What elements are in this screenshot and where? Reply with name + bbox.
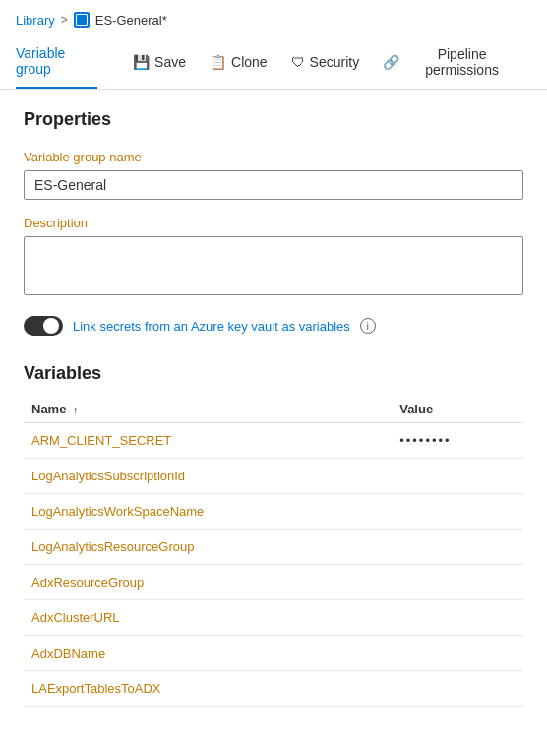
description-label: Description	[24, 216, 523, 230]
toolbar: Variable group 💾 Save 📋 Clone 🛡 Security…	[0, 35, 547, 90]
table-row[interactable]: AdxResourceGroup	[24, 565, 523, 600]
variable-value-cell[interactable]	[392, 565, 523, 600]
variable-name: AdxClusterURL	[31, 610, 120, 625]
name-label: Variable group name	[24, 150, 523, 164]
variable-name-cell[interactable]: AdxDBName	[24, 636, 392, 671]
variables-table: Name ↑ Value ARM_CLIENT_SECRET••••••••Lo…	[24, 396, 523, 707]
tab-variable-group[interactable]: Variable group	[16, 35, 97, 89]
variable-value-cell[interactable]	[392, 530, 523, 565]
sort-arrow-icon[interactable]: ↑	[73, 404, 79, 415]
variable-name-cell[interactable]: AdxClusterURL	[24, 600, 392, 636]
table-row[interactable]: LogAnalyticsWorkSpaceName	[24, 494, 523, 530]
variable-group-name-input[interactable]	[24, 170, 523, 200]
variables-title: Variables	[24, 363, 523, 384]
breadcrumb: Library > ES-General*	[0, 0, 547, 35]
col-value-header: Value	[392, 396, 523, 423]
table-row[interactable]: AdxClusterURL	[24, 600, 523, 636]
variable-value-cell[interactable]	[392, 600, 523, 636]
variable-name-cell[interactable]: LogAnalyticsSubscriptionId	[24, 459, 392, 494]
variable-value: ••••••••	[399, 433, 451, 448]
description-input[interactable]	[24, 236, 523, 295]
variable-name: AdxDBName	[31, 646, 105, 661]
variable-value-cell[interactable]	[392, 494, 523, 530]
variable-value-cell[interactable]	[392, 671, 523, 707]
variable-name: LAExportTablesToADX	[31, 681, 161, 696]
variable-name: LogAnalyticsSubscriptionId	[31, 469, 185, 483]
variable-value-cell[interactable]	[392, 636, 523, 671]
security-button[interactable]: 🛡 Security	[279, 46, 372, 78]
save-button[interactable]: 💾 Save	[121, 46, 198, 78]
variable-name-cell[interactable]: ARM_CLIENT_SECRET	[24, 423, 392, 459]
properties-title: Properties	[24, 109, 523, 130]
info-icon[interactable]: i	[360, 318, 376, 334]
table-row[interactable]: LAExportTablesToADX	[24, 671, 523, 707]
pipeline-permissions-icon: 🔗	[383, 54, 399, 70]
table-row[interactable]: LogAnalyticsResourceGroup	[24, 530, 523, 565]
table-row[interactable]: LogAnalyticsSubscriptionId	[24, 459, 523, 494]
pipeline-permissions-button[interactable]: 🔗 Pipeline permissions	[371, 38, 531, 86]
breadcrumb-library-link[interactable]: Library	[16, 13, 55, 28]
keyvault-toggle-row: Link secrets from an Azure key vault as …	[24, 316, 523, 336]
breadcrumb-separator: >	[61, 13, 68, 27]
variable-name: AdxResourceGroup	[31, 575, 144, 590]
variable-name: ARM_CLIENT_SECRET	[31, 433, 171, 448]
variable-name: LogAnalyticsWorkSpaceName	[31, 504, 204, 519]
variable-name-cell[interactable]: AdxResourceGroup	[24, 565, 392, 600]
table-row[interactable]: AdxDBName	[24, 636, 523, 671]
col-name-header: Name ↑	[24, 396, 392, 423]
toggle-track[interactable]	[24, 316, 63, 336]
table-row[interactable]: ARM_CLIENT_SECRET••••••••	[24, 423, 523, 459]
toggle-thumb	[43, 318, 59, 334]
variable-name: LogAnalyticsResourceGroup	[31, 539, 194, 554]
variable-name-cell[interactable]: LogAnalyticsWorkSpaceName	[24, 494, 392, 530]
security-icon: 🛡	[291, 54, 305, 70]
variable-group-icon	[74, 12, 90, 28]
main-content: Properties Variable group name Descripti…	[0, 90, 547, 726]
table-header-row: Name ↑ Value	[24, 396, 523, 423]
variable-value-cell[interactable]: ••••••••	[392, 423, 523, 459]
breadcrumb-current: ES-General*	[95, 13, 167, 28]
toggle-label: Link secrets from an Azure key vault as …	[73, 319, 350, 334]
variables-section: Variables Name ↑ Value ARM_CLIENT_SECRET…	[24, 363, 523, 707]
variable-name-cell[interactable]: LogAnalyticsResourceGroup	[24, 530, 392, 565]
properties-section: Properties Variable group name Descripti…	[24, 109, 523, 336]
keyvault-toggle[interactable]	[24, 316, 63, 336]
clone-icon: 📋	[210, 54, 226, 70]
save-icon: 💾	[133, 54, 150, 70]
variable-value-cell[interactable]	[392, 459, 523, 494]
clone-button[interactable]: 📋 Clone	[198, 46, 279, 78]
variable-name-cell[interactable]: LAExportTablesToADX	[24, 671, 392, 707]
